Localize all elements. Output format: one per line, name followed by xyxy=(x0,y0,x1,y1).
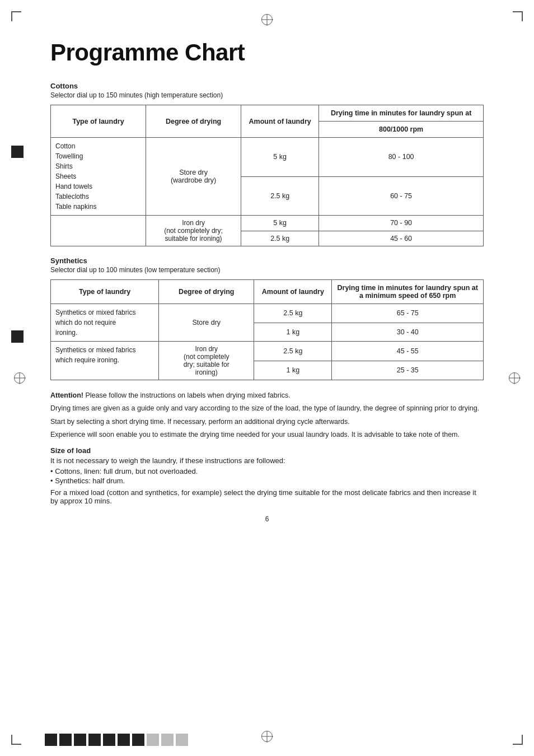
bottom-sq-4 xyxy=(88,734,101,746)
note-2: Start by selecting a short drying time. … xyxy=(50,417,484,427)
side-mark-left-1 xyxy=(11,146,24,158)
bottom-sq-9 xyxy=(161,734,174,746)
reg-mark-top xyxy=(261,14,273,25)
cottons-laundry-2 xyxy=(51,216,146,246)
bottom-sq-3 xyxy=(74,734,86,746)
synthetics-time-2b: 25 - 35 xyxy=(332,361,484,380)
synthetics-amount-2b: 1 kg xyxy=(254,361,332,380)
synthetics-time-1b: 30 - 40 xyxy=(332,323,484,342)
size-mixed-note: For a mixed load (cotton and synthetics,… xyxy=(50,488,484,505)
synthetics-time-1a: 65 - 75 xyxy=(332,304,484,323)
size-item-1: Cottons, linen: full drum, but not overl… xyxy=(50,467,484,475)
reg-mark-right xyxy=(509,372,520,384)
cottons-amount-1b: 2.5 kg xyxy=(241,176,319,216)
corner-mark-tl xyxy=(11,11,21,21)
reg-mark-left xyxy=(14,372,25,384)
page-title: Programme Chart xyxy=(50,39,484,66)
synthetics-laundry-1: Synthetics or mixed fabricswhich do not … xyxy=(51,304,159,342)
cottons-header-col4: Drying time in minutes for laundry spun … xyxy=(319,105,484,122)
corner-mark-bl xyxy=(11,735,21,745)
cottons-time-2b: 45 - 60 xyxy=(319,231,484,246)
synthetics-row-1: Synthetics or mixed fabricswhich do not … xyxy=(51,304,484,323)
cottons-title: Cottons xyxy=(50,82,484,90)
cottons-drying-2: Iron dry(not completely dry;suitable for… xyxy=(146,216,241,246)
cottons-time-1b: 60 - 75 xyxy=(319,176,484,216)
note-3: Experience will soon enable you to estim… xyxy=(50,430,484,440)
page: Programme Chart Cottons Selector dial up… xyxy=(0,0,534,756)
bottom-sq-7 xyxy=(132,734,144,746)
cottons-row-1: CottonTowellingShirtsSheetsHand towelsTa… xyxy=(51,138,484,177)
synthetics-amount-1b: 1 kg xyxy=(254,323,332,342)
corner-mark-tr xyxy=(513,11,523,21)
synthetics-sub: Selector dial up to 100 minutes (low tem… xyxy=(50,266,484,274)
bottom-sq-5 xyxy=(103,734,115,746)
synthetics-laundry-2: Synthetics or mixed fabricswhich require… xyxy=(51,342,159,380)
synthetics-header-col2: Degree of drying xyxy=(159,280,254,304)
synthetics-header-col1: Type of laundry xyxy=(51,280,159,304)
size-of-load-intro: It is not necessary to weigh the laundry… xyxy=(50,456,484,465)
synthetics-amount-2a: 2.5 kg xyxy=(254,342,332,361)
cottons-amount-1a: 5 kg xyxy=(241,138,319,177)
notes-section: Attention! Please follow the instruction… xyxy=(50,390,484,441)
bottom-sq-6 xyxy=(118,734,130,746)
synthetics-time-2a: 45 - 55 xyxy=(332,342,484,361)
cottons-header-col1: Type of laundry xyxy=(51,105,146,138)
cottons-amount-2b: 2.5 kg xyxy=(241,231,319,246)
synthetics-header-col3: Amount of laundry xyxy=(254,280,332,304)
attention-note: Attention! Please follow the instruction… xyxy=(50,390,484,401)
synthetics-title: Synthetics xyxy=(50,256,484,265)
bottom-sq-2 xyxy=(59,734,72,746)
cottons-header-col4sub: 800/1000 rpm xyxy=(319,122,484,138)
cottons-time-2a: 70 - 90 xyxy=(319,216,484,231)
cottons-drying-1: Store dry(wardrobe dry) xyxy=(146,138,241,216)
synthetics-table: Type of laundry Degree of drying Amount … xyxy=(50,279,484,380)
synthetics-drying-1: Store dry xyxy=(159,304,254,342)
corner-mark-br xyxy=(513,735,523,745)
size-of-load-list: Cottons, linen: full drum, but not overl… xyxy=(50,467,484,485)
side-mark-left-2 xyxy=(11,330,24,343)
reg-mark-bottom xyxy=(261,731,273,742)
cottons-table: Type of laundry Degree of drying Amount … xyxy=(50,105,484,246)
cottons-row-3: Iron dry(not completely dry;suitable for… xyxy=(51,216,484,231)
page-number: 6 xyxy=(50,515,484,523)
size-item-2: Synthetics: half drum. xyxy=(50,477,484,485)
bottom-sq-8 xyxy=(147,734,159,746)
cottons-header-col3: Amount of laundry xyxy=(241,105,319,138)
bottom-sq-1 xyxy=(45,734,57,746)
cottons-time-1a: 80 - 100 xyxy=(319,138,484,177)
synthetics-row-3: Synthetics or mixed fabricswhich require… xyxy=(51,342,484,361)
size-of-load-title: Size of load xyxy=(50,446,484,455)
bottom-sq-10 xyxy=(176,734,188,746)
synthetics-header-col4: Drying time in minutes for laundry spun … xyxy=(332,280,484,304)
note-1: Drying times are given as a guide only a… xyxy=(50,403,484,414)
cottons-amount-2a: 5 kg xyxy=(241,216,319,231)
size-of-load-section: Size of load It is not necessary to weig… xyxy=(50,446,484,505)
cottons-sub: Selector dial up to 150 minutes (high te… xyxy=(50,91,484,99)
synthetics-drying-2: Iron dry(not completelydry; suitable for… xyxy=(159,342,254,380)
synthetics-amount-1a: 2.5 kg xyxy=(254,304,332,323)
bottom-bar xyxy=(45,734,188,746)
cottons-header-col2: Degree of drying xyxy=(146,105,241,138)
cottons-laundry-1: CottonTowellingShirtsSheetsHand towelsTa… xyxy=(51,138,146,216)
